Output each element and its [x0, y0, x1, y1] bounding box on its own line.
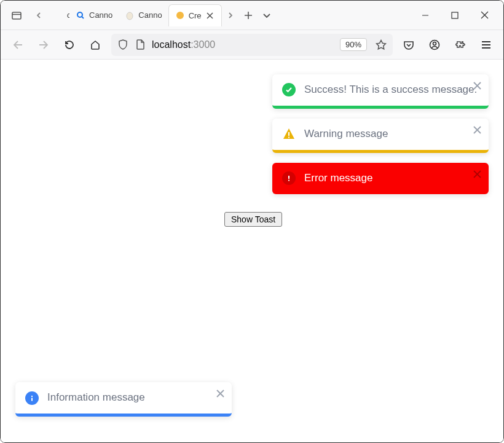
close-icon[interactable] — [473, 125, 481, 136]
tab-3-active[interactable]: Cre — [168, 4, 222, 26]
svg-point-15 — [433, 42, 436, 45]
maximize-button[interactable] — [441, 4, 469, 26]
tab-label: Canno — [138, 10, 162, 20]
sidebar-toggle[interactable] — [6, 4, 28, 26]
orange-circle-icon — [175, 10, 185, 20]
warning-triangle-icon — [282, 127, 296, 141]
new-tab-button[interactable] — [239, 4, 258, 26]
svg-rect-22 — [288, 136, 289, 138]
toast-message: Success! This is a success message. — [304, 83, 477, 97]
toast-message: Information message — [47, 391, 145, 405]
show-toast-button[interactable]: Show Toast — [224, 212, 282, 227]
address-bar[interactable]: localhost:3000 90% — [111, 34, 393, 56]
info-circle-icon — [25, 391, 39, 405]
toast-warning: Warning message — [272, 119, 489, 153]
svg-point-2 — [77, 12, 82, 17]
close-icon[interactable] — [473, 169, 481, 180]
svg-point-4 — [127, 12, 133, 20]
menu-hamburger-icon[interactable] — [476, 35, 496, 55]
svg-rect-11 — [452, 12, 458, 18]
toast-error: Error message — [272, 163, 489, 194]
reload-button[interactable] — [60, 35, 79, 55]
extensions-icon[interactable] — [451, 35, 470, 55]
search-blue-icon — [76, 10, 85, 20]
close-icon[interactable] — [216, 388, 224, 399]
svg-line-3 — [82, 17, 84, 18]
tab-scroll-right[interactable] — [222, 4, 239, 26]
svg-rect-21 — [288, 132, 289, 136]
toast-success: Success! This is a success message. — [272, 74, 489, 109]
toast-info: Information message — [15, 382, 232, 417]
account-icon[interactable] — [425, 35, 444, 55]
pocket-icon[interactable] — [399, 35, 419, 55]
vercel-logo: Vercel — [241, 394, 285, 407]
close-window-button[interactable] — [470, 4, 498, 26]
tab-0[interactable]: c — [47, 4, 69, 26]
tab-1[interactable]: Canno — [69, 4, 119, 26]
url-hostname: localhost — [152, 39, 191, 50]
svg-point-5 — [176, 12, 184, 19]
svg-rect-25 — [288, 176, 289, 179]
page-icon — [135, 39, 146, 50]
forward-button[interactable] — [34, 35, 53, 55]
bookmark-star-icon[interactable] — [376, 39, 387, 50]
check-circle-icon — [282, 83, 296, 96]
svg-rect-30 — [31, 398, 33, 401]
svg-rect-0 — [12, 12, 21, 19]
tabs-dropdown[interactable] — [258, 4, 276, 26]
back-button[interactable] — [8, 35, 28, 55]
footer-brand: Vercel — [253, 394, 285, 407]
svg-rect-29 — [31, 396, 33, 397]
tab-label: Cre — [189, 11, 202, 20]
home-button[interactable] — [85, 35, 105, 55]
toast-message: Error message — [304, 171, 372, 186]
url-text[interactable]: localhost:3000 — [152, 39, 334, 50]
svg-rect-26 — [288, 179, 289, 181]
minimize-button[interactable] — [411, 4, 439, 26]
close-icon[interactable] — [473, 80, 481, 92]
tab-scroll-left[interactable] — [30, 4, 47, 26]
url-port: :3000 — [191, 39, 215, 50]
shield-icon[interactable] — [117, 39, 128, 50]
toast-message: Warning message — [304, 127, 388, 141]
generic-tab-icon — [53, 10, 63, 20]
zoom-level-badge[interactable]: 90% — [340, 38, 367, 51]
close-tab-icon[interactable] — [205, 10, 215, 20]
error-circle-icon — [282, 171, 296, 185]
tab-label: Canno — [89, 10, 112, 20]
egg-icon — [125, 10, 135, 20]
tab-2[interactable]: Canno — [119, 4, 168, 26]
